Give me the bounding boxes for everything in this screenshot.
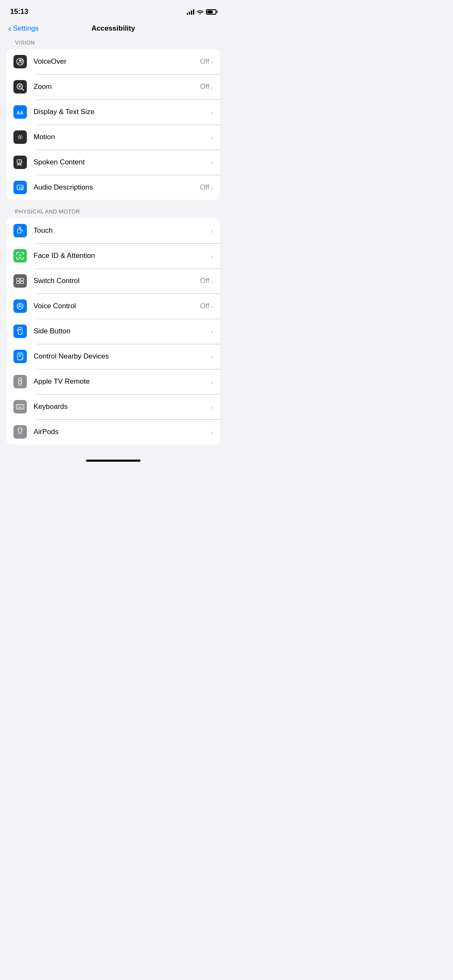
audio-descriptions-right: Off › bbox=[200, 183, 213, 192]
switch-control-row[interactable]: Switch Control Off › bbox=[7, 268, 220, 294]
svg-text:AA: AA bbox=[17, 110, 23, 115]
wifi-icon bbox=[197, 9, 203, 15]
voiceover-status: Off bbox=[200, 57, 209, 66]
spoken-content-row[interactable]: 30 Spoken Content › bbox=[7, 150, 220, 175]
motion-content: Motion › bbox=[34, 133, 213, 141]
audio-descriptions-content: Audio Descriptions Off › bbox=[34, 183, 213, 192]
voice-control-status: Off bbox=[200, 302, 209, 310]
motion-label: Motion bbox=[34, 133, 55, 141]
face-id-row[interactable]: Face ID & Attention › bbox=[7, 243, 220, 268]
control-nearby-row[interactable]: Control Nearby Devices › bbox=[7, 344, 220, 369]
svg-rect-26 bbox=[16, 405, 24, 409]
spoken-content-right: › bbox=[211, 159, 213, 166]
apple-tv-remote-content: Apple TV Remote › bbox=[34, 377, 213, 386]
switch-control-status: Off bbox=[200, 277, 209, 285]
motion-row[interactable]: Motion › bbox=[7, 125, 220, 150]
nav-bar: ‹ Settings Accessibility bbox=[0, 21, 226, 39]
switch-control-right: Off › bbox=[200, 277, 213, 285]
voice-control-row[interactable]: Voice Control Off › bbox=[7, 294, 220, 319]
side-button-row[interactable]: Side Button › bbox=[7, 319, 220, 344]
apple-tv-remote-right: › bbox=[211, 378, 213, 385]
vision-section-label: VISION bbox=[0, 39, 226, 49]
physical-motor-label: PHYSICAL AND MOTOR bbox=[0, 208, 226, 218]
side-button-chevron-icon: › bbox=[211, 328, 213, 335]
airpods-chevron-icon: › bbox=[211, 429, 213, 436]
svg-rect-33 bbox=[22, 407, 23, 408]
svg-rect-15 bbox=[17, 278, 20, 281]
voice-control-label: Voice Control bbox=[34, 302, 76, 310]
audio-descriptions-status: Off bbox=[200, 183, 209, 192]
touch-chevron-icon: › bbox=[211, 227, 213, 234]
display-text-size-content: Display & Text Size › bbox=[34, 108, 213, 116]
voice-control-content: Voice Control Off › bbox=[34, 302, 213, 310]
svg-rect-16 bbox=[21, 278, 23, 281]
zoom-row[interactable]: Zoom Off › bbox=[7, 74, 220, 99]
zoom-label: Zoom bbox=[34, 83, 52, 91]
voiceover-icon bbox=[13, 55, 27, 68]
back-label: Settings bbox=[13, 24, 39, 33]
svg-point-1 bbox=[19, 60, 21, 62]
switch-control-icon bbox=[13, 274, 27, 288]
signal-icon bbox=[187, 9, 194, 15]
svg-rect-28 bbox=[19, 406, 20, 406]
airpods-right: › bbox=[211, 429, 213, 436]
touch-row[interactable]: Touch › bbox=[7, 218, 220, 243]
touch-icon bbox=[13, 224, 27, 237]
keyboards-row[interactable]: Keyboards › bbox=[7, 394, 220, 419]
svg-rect-18 bbox=[21, 281, 23, 284]
vision-section: VISION VoiceOver Off › bbox=[0, 39, 226, 200]
side-button-content: Side Button › bbox=[34, 327, 213, 335]
airpods-row[interactable]: AirPods › bbox=[7, 419, 220, 445]
side-button-icon bbox=[13, 325, 27, 338]
apple-tv-remote-chevron-icon: › bbox=[211, 378, 213, 385]
page-title: Accessibility bbox=[91, 24, 135, 33]
apple-tv-remote-row[interactable]: Apple TV Remote › bbox=[7, 369, 220, 394]
face-id-icon bbox=[13, 249, 27, 263]
voiceover-row[interactable]: VoiceOver Off › bbox=[7, 49, 220, 74]
spoken-content-chevron-icon: › bbox=[211, 159, 213, 166]
face-id-chevron-icon: › bbox=[211, 252, 213, 260]
control-nearby-icon bbox=[13, 350, 27, 363]
display-text-size-label: Display & Text Size bbox=[34, 108, 94, 116]
switch-control-content: Switch Control Off › bbox=[34, 277, 213, 285]
airpods-content: AirPods › bbox=[34, 428, 213, 436]
control-nearby-chevron-icon: › bbox=[211, 353, 213, 360]
status-bar: 15:13 bbox=[0, 0, 226, 21]
zoom-icon bbox=[13, 80, 27, 94]
audio-descriptions-chevron-icon: › bbox=[211, 184, 213, 191]
physical-motor-group: Touch › Face I bbox=[7, 218, 220, 445]
display-text-size-chevron-icon: › bbox=[211, 109, 213, 116]
voice-control-icon bbox=[13, 299, 27, 313]
spoken-content-label: Spoken Content bbox=[34, 158, 85, 166]
audio-descriptions-row[interactable]: AD Audio Descriptions Off › bbox=[7, 175, 220, 200]
face-id-label: Face ID & Attention bbox=[34, 252, 95, 260]
display-text-size-right: › bbox=[211, 109, 213, 116]
zoom-right: Off › bbox=[200, 83, 213, 91]
control-nearby-label: Control Nearby Devices bbox=[34, 352, 109, 361]
display-text-size-row[interactable]: AA Display & Text Size › bbox=[7, 99, 220, 125]
face-id-right: › bbox=[211, 252, 213, 260]
voiceover-right: Off › bbox=[200, 57, 213, 66]
svg-text:30: 30 bbox=[18, 160, 21, 163]
svg-rect-23 bbox=[18, 378, 21, 385]
touch-content: Touch › bbox=[34, 226, 213, 235]
voice-control-right: Off › bbox=[200, 302, 213, 310]
keyboards-chevron-icon: › bbox=[211, 403, 213, 411]
motion-icon bbox=[13, 130, 27, 144]
voice-control-chevron-icon: › bbox=[211, 303, 213, 310]
motion-right: › bbox=[211, 134, 213, 141]
display-text-size-icon: AA bbox=[13, 105, 27, 119]
audio-descriptions-label: Audio Descriptions bbox=[34, 183, 93, 192]
svg-text:AD: AD bbox=[18, 186, 23, 190]
motion-chevron-icon: › bbox=[211, 134, 213, 141]
back-button[interactable]: ‹ Settings bbox=[8, 24, 39, 33]
voiceover-content: VoiceOver Off › bbox=[34, 57, 213, 66]
switch-control-chevron-icon: › bbox=[211, 278, 213, 285]
status-time: 15:13 bbox=[10, 8, 28, 16]
battery-icon bbox=[206, 9, 216, 15]
back-chevron-icon: ‹ bbox=[8, 24, 11, 32]
keyboards-right: › bbox=[211, 403, 213, 411]
svg-rect-22 bbox=[18, 353, 23, 360]
side-button-label: Side Button bbox=[34, 327, 70, 335]
svg-rect-27 bbox=[18, 406, 18, 406]
